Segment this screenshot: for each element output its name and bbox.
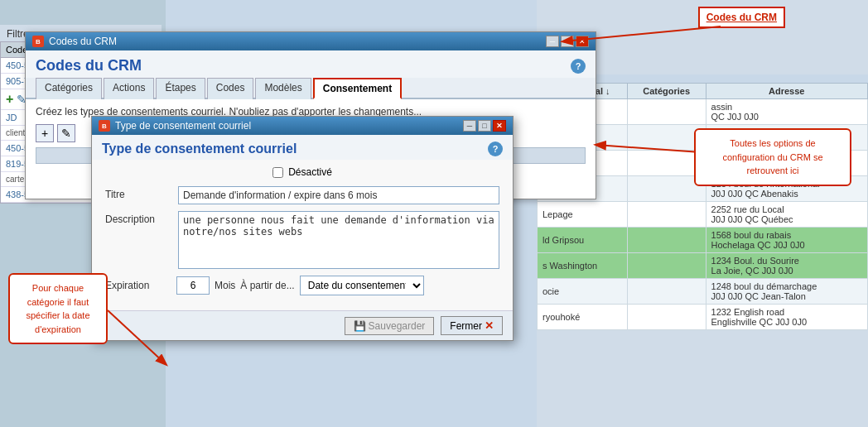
save-button[interactable]: 💾 Sauvegarder	[345, 317, 435, 335]
tab-actions[interactable]: Actions	[104, 78, 154, 99]
app-icon: B	[32, 36, 44, 47]
desactive-label: Désactivé	[288, 166, 332, 178]
close-icon: ✕	[485, 319, 494, 332]
crm-titlebar: B Codes du CRM ─ □ ✕	[26, 32, 596, 50]
consent-body: Désactivé Titre Description une personne…	[92, 160, 513, 310]
titre-row: Titre	[105, 186, 499, 204]
crm-tabs: Catégories Actions Étapes Codes Modèles …	[26, 78, 596, 99]
minimize-btn[interactable]: ─	[546, 36, 559, 47]
description-textarea[interactable]: une personne nous fait une demande d'inf…	[178, 211, 499, 269]
crm-header: Codes du CRM ?	[26, 50, 596, 78]
expiration-from-label: À partir de...	[240, 280, 294, 291]
col-header: Catégories	[627, 84, 706, 99]
desactive-checkbox[interactable]	[272, 167, 283, 178]
titlebar-left: B Codes du CRM	[32, 36, 117, 47]
consent-app-icon: B	[99, 120, 110, 132]
table-row: ld Gripsou1568 boul du rabaisHochelaga Q…	[538, 228, 868, 253]
close-button[interactable]: Fermer ✕	[441, 316, 503, 335]
save-label: Sauvegarder	[369, 320, 426, 332]
consent-titlebar-left: B Type de consentement courriel	[99, 120, 251, 132]
titlebar-title: Codes du CRM	[49, 36, 117, 47]
tab-codes[interactable]: Codes	[207, 78, 254, 99]
maximize-btn[interactable]: □	[561, 36, 574, 47]
tab-modeles[interactable]: Modèles	[255, 78, 311, 99]
col-header: Adresse	[706, 84, 867, 99]
consent-footer: 💾 Sauvegarder Fermer ✕	[92, 310, 513, 340]
description-row: Description une personne nous fait une d…	[105, 211, 499, 269]
consent-titlebar-title: Type de consentement courriel	[115, 120, 251, 132]
expiration-label: Expiration	[105, 280, 171, 291]
close-label: Fermer	[450, 320, 482, 332]
desactive-row: Désactivé	[105, 166, 499, 178]
save-icon: 💾	[354, 320, 366, 332]
titre-input[interactable]	[178, 186, 499, 204]
add-button[interactable]: +	[36, 124, 54, 142]
table-row: ryouhoké1232 English roadEnglishville QC…	[538, 305, 868, 330]
titlebar-controls: ─ □ ✕	[546, 36, 589, 47]
consent-maximize-btn[interactable]: □	[478, 120, 491, 132]
expiration-row: Expiration Mois À partir de... Date du c…	[105, 276, 499, 295]
expiration-unit: Mois	[215, 280, 235, 291]
consent-help-btn[interactable]: ?	[488, 142, 503, 156]
consent-dialog: B Type de consentement courriel ─ □ ✕ Ty…	[91, 116, 514, 341]
table-row: s Washington1234 Boul. du SourireLa Joie…	[538, 253, 868, 279]
consent-title: Type de consentement courriel	[102, 142, 297, 156]
consent-header: Type de consentement courriel ?	[92, 135, 513, 160]
tab-etapes[interactable]: Étapes	[156, 78, 205, 99]
description-label: Description	[105, 211, 171, 225]
tab-consentement[interactable]: Consentement	[313, 78, 402, 99]
crm-title: Codes du CRM	[36, 57, 142, 74]
consent-close-titlebar-btn[interactable]: ✕	[493, 120, 506, 132]
table-row: Lepage2252 rue du LocalJ0J 0J0 QC Québec	[538, 202, 868, 228]
consent-titlebar-controls: ─ □ ✕	[463, 120, 506, 132]
consent-titlebar: B Type de consentement courriel ─ □ ✕	[92, 117, 513, 135]
close-btn[interactable]: ✕	[576, 36, 589, 47]
expiration-number[interactable]	[176, 276, 210, 295]
right-callout-bubble: Toutes les options de configuration du C…	[694, 128, 851, 186]
top-right-callout: Codes du CRM	[698, 7, 785, 28]
expiration-from-select[interactable]: Date du consentement	[300, 276, 424, 295]
edit-button[interactable]: ✎	[57, 124, 75, 142]
add-item-btn[interactable]: +	[6, 92, 13, 107]
tab-categories[interactable]: Catégories	[36, 78, 102, 99]
table-row: ocie1248 boul du démarchageJ0J 0J0 QC Je…	[538, 279, 868, 305]
titre-label: Titre	[105, 186, 171, 200]
consent-minimize-btn[interactable]: ─	[463, 120, 476, 132]
left-callout-bubble: Pour chaquecatégorie il fautspécifier la…	[8, 273, 108, 344]
help-button[interactable]: ?	[571, 59, 586, 74]
